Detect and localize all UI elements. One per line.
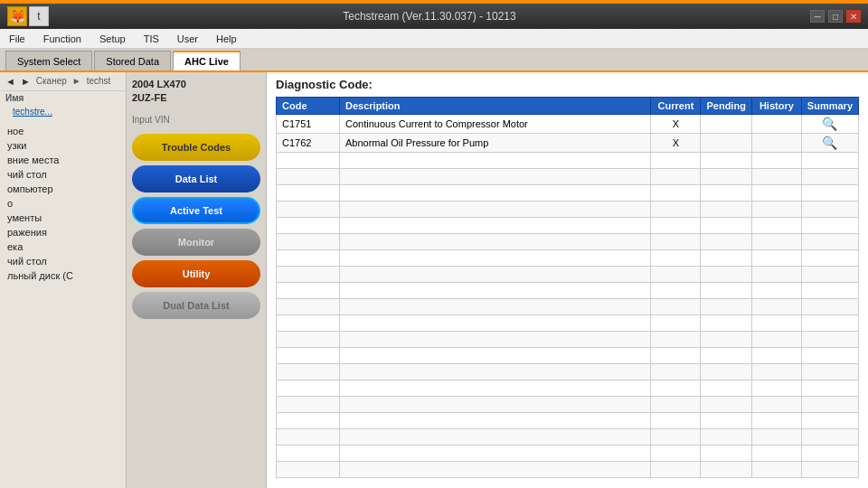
table-row[interactable]: C1751 Continuous Current to Compressor M… xyxy=(277,115,859,134)
cell-empty xyxy=(801,446,858,462)
cell-empty xyxy=(801,315,858,332)
cell-empty xyxy=(801,153,858,169)
cell-empty xyxy=(801,267,858,283)
menu-function[interactable]: Function xyxy=(40,32,85,46)
cell-empty xyxy=(277,218,340,234)
cell-empty xyxy=(651,413,701,429)
table-row-empty xyxy=(277,169,859,185)
col-summary: Summary xyxy=(801,98,858,115)
cell-empty xyxy=(340,332,651,348)
sidebar-item-7[interactable]: ражения xyxy=(0,225,126,239)
cell-empty xyxy=(651,234,701,250)
table-row-empty xyxy=(277,250,859,267)
sidebar-nav-fwd[interactable]: ► xyxy=(21,76,31,87)
col-code: Code xyxy=(277,98,340,115)
cell-empty xyxy=(701,364,751,380)
sidebar-item-8[interactable]: ека xyxy=(0,239,126,254)
menu-user[interactable]: User xyxy=(174,32,202,46)
table-row-empty xyxy=(277,332,859,348)
maximize-btn[interactable]: □ xyxy=(828,10,843,23)
trouble-codes-btn[interactable]: Trouble Codes xyxy=(132,134,260,161)
sidebar-item-9[interactable]: чий стол xyxy=(0,254,126,268)
sidebar-item-3[interactable]: чий стол xyxy=(0,167,126,182)
tab-system-select[interactable]: System Select xyxy=(5,51,92,70)
data-list-btn[interactable]: Data List xyxy=(132,165,260,192)
table-row-empty xyxy=(277,283,859,299)
sidebar-file-techstream[interactable]: techstre... xyxy=(0,105,126,118)
cell-empty xyxy=(277,185,340,202)
cell-empty xyxy=(801,169,858,185)
table-row-empty xyxy=(277,380,859,397)
sidebar-item-5[interactable]: о xyxy=(0,196,126,211)
active-test-btn[interactable]: Active Test xyxy=(132,197,260,224)
app-icon-1: 🦊 xyxy=(7,6,27,26)
cell-empty xyxy=(340,364,651,380)
window-controls[interactable]: ─ □ ✕ xyxy=(810,10,861,23)
table-row[interactable]: C1762 Abnormal Oil Pressure for Pump X 🔍 xyxy=(277,134,859,153)
col-current: Current xyxy=(651,98,701,115)
tab-stored-data[interactable]: Stored Data xyxy=(94,51,171,70)
table-row-empty xyxy=(277,153,859,169)
cell-empty xyxy=(651,250,701,267)
table-row-empty xyxy=(277,413,859,429)
menu-help[interactable]: Help xyxy=(212,32,241,46)
dual-data-list-btn[interactable]: Dual Data List xyxy=(132,292,260,319)
cell-empty xyxy=(801,364,858,380)
cell-pending xyxy=(701,134,751,153)
close-btn[interactable]: ✕ xyxy=(846,10,861,23)
window-title: Techstream (Ver.11.30.037) - 10213 xyxy=(49,10,810,23)
cell-empty xyxy=(751,218,801,234)
sidebar-item-1[interactable]: узки xyxy=(0,138,126,153)
sidebar-item-4[interactable]: омпьютер xyxy=(0,182,126,196)
cell-empty xyxy=(277,299,340,315)
cell-empty xyxy=(701,185,751,202)
cell-empty xyxy=(751,364,801,380)
search-icon[interactable]: 🔍 xyxy=(822,136,837,150)
cell-empty xyxy=(277,462,340,478)
cell-summary[interactable]: 🔍 xyxy=(801,134,858,153)
cell-empty xyxy=(340,380,651,397)
cell-empty xyxy=(751,315,801,332)
tab-ahc-live[interactable]: AHC Live xyxy=(173,51,241,70)
cell-empty xyxy=(277,380,340,397)
cell-empty xyxy=(751,332,801,348)
cell-empty xyxy=(340,250,651,267)
table-row-empty xyxy=(277,348,859,364)
cell-empty xyxy=(801,185,858,202)
cell-empty xyxy=(340,234,651,250)
sidebar-item-0[interactable]: ное xyxy=(0,124,126,138)
minimize-btn[interactable]: ─ xyxy=(810,10,825,23)
menu-file[interactable]: File xyxy=(5,32,29,46)
menu-tis[interactable]: TIS xyxy=(140,32,163,46)
cell-empty xyxy=(651,299,701,315)
sidebar-item-6[interactable]: ументы xyxy=(0,211,126,225)
cell-empty xyxy=(751,299,801,315)
cell-code: C1762 xyxy=(277,134,340,153)
sidebar-item-2[interactable]: вние места xyxy=(0,153,126,167)
menu-setup[interactable]: Setup xyxy=(96,32,129,46)
utility-btn[interactable]: Utility xyxy=(132,260,260,287)
cell-summary[interactable]: 🔍 xyxy=(801,115,858,134)
sidebar-item-10[interactable]: льный диск (С xyxy=(0,268,126,283)
cell-empty xyxy=(801,299,858,315)
cell-empty xyxy=(701,234,751,250)
cell-empty xyxy=(801,332,858,348)
sidebar-nav-back[interactable]: ◄ xyxy=(5,76,15,87)
cell-empty xyxy=(701,267,751,283)
cell-empty xyxy=(701,153,751,169)
table-row-empty xyxy=(277,315,859,332)
search-icon[interactable]: 🔍 xyxy=(822,117,837,131)
nav-buttons: Trouble Codes Data List Active Test Moni… xyxy=(132,134,260,319)
cell-empty xyxy=(751,413,801,429)
cell-empty xyxy=(801,202,858,218)
cell-empty xyxy=(651,380,701,397)
cell-empty xyxy=(277,364,340,380)
cell-empty xyxy=(340,429,651,446)
monitor-btn[interactable]: Monitor xyxy=(132,229,260,256)
cell-empty xyxy=(651,446,701,462)
cell-empty xyxy=(651,348,701,364)
col-pending: Pending xyxy=(701,98,751,115)
cell-empty xyxy=(701,429,751,446)
table-row-empty xyxy=(277,218,859,234)
sidebar-breadcrumb-end: techst xyxy=(87,76,111,87)
